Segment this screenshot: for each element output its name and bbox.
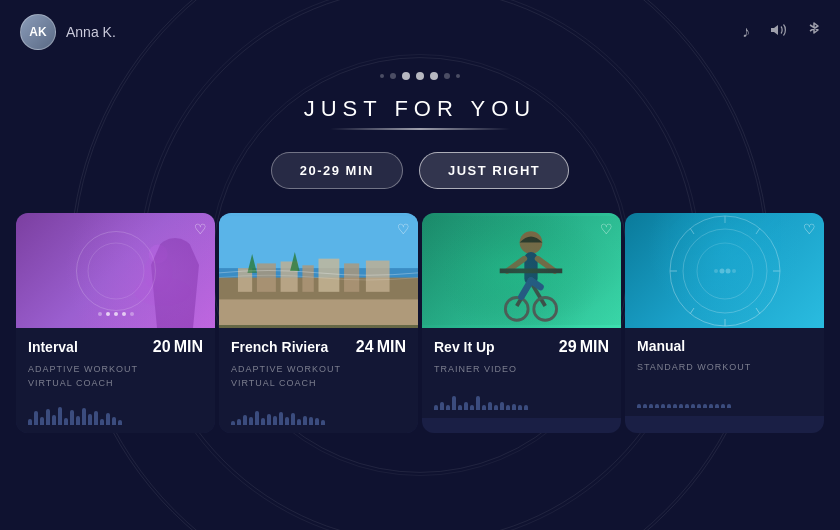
dd1: [98, 312, 102, 316]
card-manual-watermark: [625, 213, 824, 328]
bluetooth-icon[interactable]: [808, 21, 820, 43]
dot-2: [390, 73, 396, 79]
card-riviera-title: French Riviera: [231, 339, 328, 355]
svg-point-32: [683, 229, 767, 313]
card-interval-waveform: [28, 401, 203, 425]
svg-rect-18: [219, 299, 418, 325]
card-interval-body: Interval 20 MIN ADAPTIVE WORKOUTVIRTUAL …: [16, 328, 215, 433]
svg-point-44: [725, 268, 730, 273]
card-interval-image: ♡: [16, 213, 215, 328]
svg-rect-21: [524, 252, 537, 285]
username: Anna K.: [66, 24, 116, 40]
svg-point-28: [534, 298, 557, 321]
svg-line-30: [531, 280, 540, 287]
svg-point-20: [520, 231, 543, 254]
card-riviera-duration: 24 MIN: [356, 338, 406, 356]
dd3: [114, 312, 118, 316]
svg-rect-15: [366, 261, 390, 292]
dd5: [130, 312, 134, 316]
card-rev-it-up[interactable]: ♡ Rev It Up 29 MIN TRAINER VIDEO: [422, 213, 621, 433]
svg-line-23: [538, 259, 555, 271]
card-rev-duration: 29 MIN: [559, 338, 609, 356]
card-interval-title: Interval: [28, 339, 78, 355]
card-interval-dial: [76, 231, 156, 311]
svg-point-43: [719, 268, 724, 273]
filter-buttons: 20-29 MIN JUST RIGHT: [271, 152, 570, 189]
card-rev-title-row: Rev It Up 29 MIN: [434, 338, 609, 356]
dots-indicator: [380, 72, 460, 80]
svg-rect-12: [302, 265, 313, 292]
card-riviera-image: ♡: [219, 213, 418, 328]
svg-rect-13: [319, 259, 340, 292]
svg-point-3: [134, 278, 191, 306]
card-rev-tags: TRAINER VIDEO: [434, 362, 609, 376]
card-manual-tags: STANDARD WORKOUT: [637, 360, 812, 374]
filter-btn-1[interactable]: JUST RIGHT: [419, 152, 569, 189]
card-riviera-title-row: French Riviera 24 MIN: [231, 338, 406, 356]
user-info: AK Anna K.: [20, 14, 116, 50]
card-interval-tags: ADAPTIVE WORKOUTVIRTUAL COACH: [28, 362, 203, 391]
card-rev-title: Rev It Up: [434, 339, 495, 355]
top-bar: AK Anna K. ♪: [0, 0, 840, 64]
card-interval-title-row: Interval 20 MIN: [28, 338, 203, 356]
dot-3: [402, 72, 410, 80]
card-rev-image: ♡: [422, 213, 621, 328]
card-french-riviera[interactable]: ♡ French Riviera 24 MIN ADAPTIVE WORKOUT…: [219, 213, 418, 433]
card-interval[interactable]: ♡ Interval 20 MIN ADAPTIVE WORKOUTVIRTUA…: [16, 213, 215, 433]
top-icons: ♪: [742, 21, 820, 43]
dd4: [122, 312, 126, 316]
svg-line-41: [690, 228, 694, 234]
svg-point-33: [697, 243, 753, 299]
music-icon[interactable]: ♪: [742, 23, 750, 41]
card-manual-favorite[interactable]: ♡: [803, 221, 816, 237]
dot-4: [416, 72, 424, 80]
card-riviera-waveform: [231, 401, 406, 425]
svg-rect-10: [257, 263, 276, 291]
svg-point-45: [732, 269, 736, 273]
card-manual[interactable]: ♡ Manual STANDARD WORKOUT: [625, 213, 824, 433]
volume-icon[interactable]: [770, 23, 788, 41]
card-interval-favorite[interactable]: ♡: [194, 221, 207, 237]
dot-5: [430, 72, 438, 80]
card-interval-duration: 20 MIN: [153, 338, 203, 356]
dot-6: [444, 73, 450, 79]
svg-point-42: [714, 269, 718, 273]
svg-point-5: [149, 244, 168, 263]
svg-line-29: [522, 280, 531, 296]
svg-line-26: [531, 282, 545, 306]
dot-7: [456, 74, 460, 78]
cards-container: ♡ Interval 20 MIN ADAPTIVE WORKOUTVIRTUA…: [0, 213, 840, 433]
svg-line-35: [756, 228, 760, 234]
card-riviera-body: French Riviera 24 MIN ADAPTIVE WORKOUTVI…: [219, 328, 418, 433]
card-rev-favorite[interactable]: ♡: [600, 221, 613, 237]
card-riviera-favorite[interactable]: ♡: [397, 221, 410, 237]
svg-point-27: [505, 298, 528, 321]
avatar: AK: [20, 14, 56, 50]
card-manual-title: Manual: [637, 338, 685, 354]
section-title: JUST FOR YOU: [304, 96, 537, 122]
dot-1: [380, 74, 384, 78]
card-rev-waveform: [434, 386, 609, 410]
svg-rect-14: [344, 263, 359, 291]
card-interval-silhouette: [16, 213, 215, 328]
svg-line-22: [507, 259, 524, 271]
title-underline: [330, 128, 510, 130]
card-manual-image: ♡: [625, 213, 824, 328]
card-riviera-tags: ADAPTIVE WORKOUTVIRTUAL COACH: [231, 362, 406, 391]
svg-line-25: [517, 282, 531, 306]
card-manual-waveform: [637, 384, 812, 408]
svg-rect-19: [422, 216, 621, 325]
card-manual-body: Manual STANDARD WORKOUT: [625, 328, 824, 416]
svg-point-4: [144, 254, 172, 292]
filter-btn-0[interactable]: 20-29 MIN: [271, 152, 403, 189]
card-manual-title-row: Manual: [637, 338, 812, 354]
dd2: [106, 312, 110, 316]
card-rev-body: Rev It Up 29 MIN TRAINER VIDEO: [422, 328, 621, 418]
svg-line-39: [690, 308, 694, 314]
card-interval-dial-dots: [98, 312, 134, 316]
svg-point-31: [670, 216, 780, 326]
svg-line-37: [756, 308, 760, 314]
main-content: JUST FOR YOU 20-29 MIN JUST RIGHT: [0, 64, 840, 433]
